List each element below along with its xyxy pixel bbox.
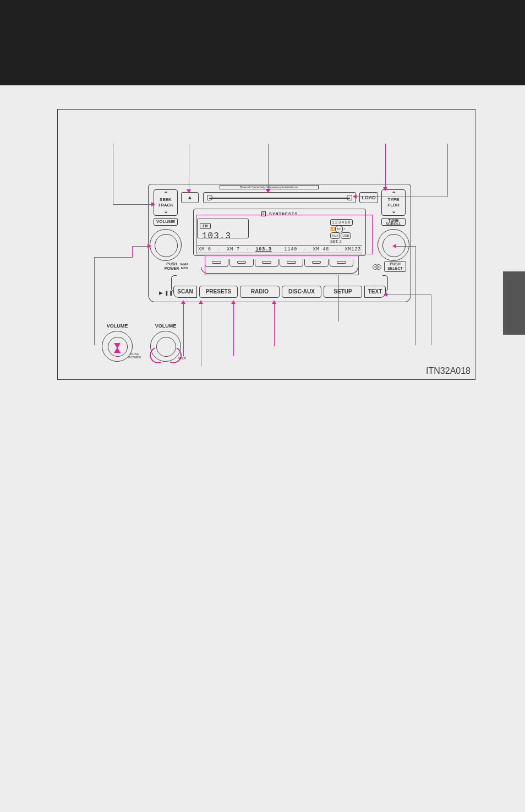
inset-knob: PUSH POWER [102, 331, 133, 362]
text-button[interactable]: TEXT [364, 286, 386, 298]
knob-inner-ring [155, 234, 178, 257]
arrowhead-icon [353, 194, 357, 199]
volume-inset-label-2: VOLUME [144, 323, 188, 329]
wer-frag-label: WER [178, 357, 186, 360]
page-body: Bluetooth Connectivity Help www.toyota.l… [29, 96, 496, 608]
arrowhead-icon [199, 300, 203, 304]
chevron-up-icon: ⌃ [154, 191, 177, 197]
push-label: PUSH [166, 262, 177, 266]
scroll-label: SCROLL [386, 222, 402, 226]
arrowhead-icon [392, 244, 396, 248]
button-row: SCAN PRESETS RADIO DISC·AUX SETUP TEXT [173, 286, 386, 299]
arrowhead-icon [187, 189, 191, 193]
leader-line [387, 295, 431, 295]
press-arrow-icon [114, 347, 121, 353]
leader-line [447, 144, 448, 197]
leader-line [338, 275, 339, 321]
seek-track-button[interactable]: ⌃ SEEK TRACK ⌄ [154, 189, 178, 216]
play-pause-icon: ▶·❚❚ [159, 290, 173, 296]
page-header-dark [0, 0, 525, 85]
arrowhead-icon [151, 202, 155, 206]
chevron-down-icon: ⌄ [154, 208, 177, 214]
leader-line [132, 246, 133, 257]
push-power-tiny-label: PUSH POWER [128, 352, 141, 359]
mp3-label: MP3 [181, 266, 188, 270]
leader-line [132, 246, 149, 247]
chevron-down-icon: ⌄ [382, 208, 405, 214]
slot-end-icon [347, 195, 352, 200]
power-tiny: POWER [128, 356, 141, 359]
svg-point-1 [376, 265, 381, 270]
eject-icon: ▲ [187, 194, 193, 200]
arrowhead-icon [231, 300, 236, 304]
type-fldr-button[interactable]: ⌃ TYPE FLDR ⌄ [381, 189, 406, 216]
diagram-id: ITN32A018 [426, 366, 471, 376]
callout-frame-screen [196, 215, 373, 254]
leader-line [268, 144, 269, 190]
inset-knob: WER [150, 331, 181, 362]
tune-scroll-label: TUNE SCROLL [381, 218, 406, 226]
leader-line [431, 295, 431, 345]
audio-system-diagram: Bluetooth Connectivity Help www.toyota.l… [57, 109, 475, 380]
leader-line [201, 303, 201, 366]
power-label: POWER [165, 266, 179, 270]
arrowhead-icon [266, 189, 270, 193]
cd-slot-line [209, 198, 350, 199]
leader-line [274, 303, 275, 346]
push-label-2: PUSH [390, 262, 400, 266]
cd-load-button[interactable]: LOAD [359, 192, 378, 203]
leader-line [113, 204, 152, 205]
power-volume-knob[interactable] [150, 229, 182, 261]
power-knob-inset: VOLUME PUSH POWER [95, 323, 139, 362]
type-label-1: TYPE [382, 197, 405, 203]
arrowhead-icon [272, 300, 276, 304]
leader-line [233, 303, 234, 356]
arrowhead-icon [384, 292, 387, 297]
cd-changer-icon [373, 263, 381, 269]
arrowhead-icon [147, 244, 151, 248]
scan-button[interactable]: SCAN [173, 286, 197, 298]
disc-aux-button[interactable]: DISC·AUX [282, 286, 321, 298]
presets-button[interactable]: PRESETS [199, 286, 238, 298]
arrowhead-icon [181, 300, 185, 304]
press-arrow-icon [114, 343, 121, 348]
push-select-label: PUSH SELECT [384, 261, 406, 272]
leader-line [94, 257, 133, 258]
wma-mp3-badge: WMA MP3 [178, 263, 191, 270]
leader-line [113, 144, 113, 204]
leader-line [94, 257, 95, 345]
svg-point-3 [378, 266, 379, 268]
leader-line [189, 144, 189, 190]
leader-line [396, 246, 415, 247]
select-label: SELECT [387, 266, 403, 270]
radio-button[interactable]: RADIO [240, 286, 280, 298]
cd-eject-button[interactable]: ▲ [181, 192, 199, 203]
svg-point-2 [375, 266, 376, 268]
adjust-knob-inset: VOLUME WER [144, 323, 188, 362]
volume-label: VOLUME [154, 218, 178, 226]
section-tab-indicator [503, 271, 525, 335]
wma-label: WMA [181, 263, 189, 266]
seek-label-1: SEEK [154, 197, 177, 203]
setup-button[interactable]: SETUP [324, 286, 362, 298]
leader-line [415, 246, 416, 345]
cd-slot[interactable] [203, 192, 356, 203]
callout-frame-presets [205, 255, 359, 275]
leader-line [356, 197, 447, 197]
volume-inset-label: VOLUME [95, 323, 139, 329]
arrowhead-icon [383, 187, 387, 191]
bt-connectivity-help-label: Bluetooth Connectivity Help www.toyota.l… [220, 185, 319, 189]
wer-frag: WER [178, 357, 186, 360]
leader-line [385, 144, 386, 188]
